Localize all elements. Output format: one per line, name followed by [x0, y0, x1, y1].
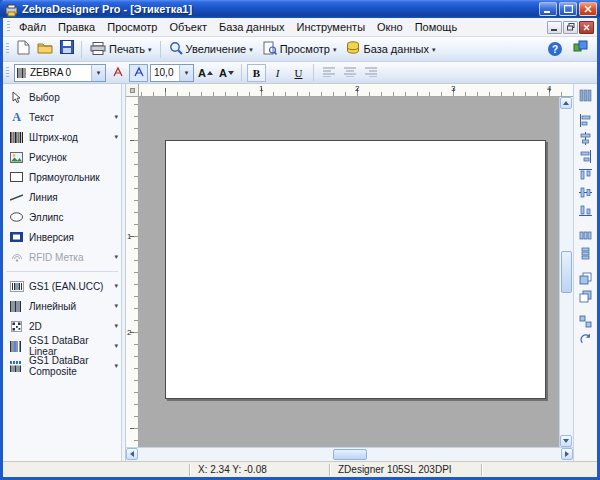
chevron-down-icon: ▾: [114, 253, 118, 261]
scroll-down-button[interactable]: [560, 435, 572, 447]
align-left-text-button[interactable]: [319, 64, 338, 82]
font-letter-icon: A: [198, 67, 206, 79]
close-button[interactable]: [579, 2, 597, 16]
toolbox-item-text[interactable]: A Текст ▾: [3, 107, 121, 127]
vertical-scrollbar[interactable]: [559, 97, 573, 447]
underline-button[interactable]: U: [289, 64, 308, 82]
magnifier-icon: [169, 41, 183, 57]
zoom-button[interactable]: Увеличение ▾: [164, 39, 258, 59]
menu-edit[interactable]: Правка: [52, 19, 101, 35]
toolbar-separator: [81, 41, 82, 58]
toolbox-item-2d[interactable]: 2D ▾: [3, 316, 121, 336]
bold-button[interactable]: B: [247, 64, 266, 82]
save-button[interactable]: [56, 39, 78, 59]
align-left-icon: [579, 113, 592, 131]
mdi-restore-button[interactable]: [563, 21, 578, 34]
scroll-left-button[interactable]: [126, 448, 138, 460]
toolbar-grip[interactable]: [6, 67, 9, 79]
align-center-horizontal-icon: [579, 131, 592, 149]
align-right-text-button[interactable]: [361, 64, 380, 82]
chevron-down-icon[interactable]: ▾: [114, 113, 118, 121]
menu-object[interactable]: Объект: [163, 19, 212, 35]
toolbox-layout-button[interactable]: [576, 88, 595, 105]
menu-view[interactable]: Просмотр: [101, 19, 163, 35]
menu-window[interactable]: Окно: [371, 19, 409, 35]
save-floppy-icon: [60, 40, 74, 58]
align-bottom-button[interactable]: [576, 203, 595, 220]
font-name-value: ZEBRA 0: [27, 67, 91, 78]
distribute-horizontal-button[interactable]: [576, 228, 595, 245]
vertical-scroll-thumb[interactable]: [561, 251, 572, 293]
horizontal-scrollbar[interactable]: [126, 447, 573, 461]
chevron-down-icon[interactable]: ▾: [114, 282, 118, 290]
open-folder-icon: [37, 40, 53, 58]
size-dropdown-button[interactable]: ▾: [179, 65, 193, 81]
chevron-down-icon[interactable]: ▾: [114, 133, 118, 141]
decrease-font-button[interactable]: A: [217, 64, 236, 82]
database-button[interactable]: База данных ▾: [341, 39, 440, 59]
align-top-button[interactable]: [576, 167, 595, 184]
increase-font-button[interactable]: A: [196, 64, 215, 82]
toolbox-item-databar-linear[interactable]: GS1 DataBar Linear ▾: [3, 336, 121, 356]
toolbox-item-inverse[interactable]: Инверсия: [3, 227, 121, 247]
align-middle-button[interactable]: [576, 185, 595, 202]
toolbox-item-databar-composite[interactable]: GS1 DataBar Composite ▾: [3, 356, 121, 376]
print-button[interactable]: Печать ▾: [85, 39, 157, 59]
send-to-back-button[interactable]: [576, 289, 595, 306]
italic-button[interactable]: I: [268, 64, 287, 82]
horizontal-scroll-thumb[interactable]: [333, 449, 367, 460]
font-size-combobox[interactable]: 10,0 ▾: [150, 64, 194, 82]
toolbox-item-ellipse[interactable]: Эллипс: [3, 207, 121, 227]
printer-font-button[interactable]: [108, 64, 127, 82]
help-button[interactable]: ?: [544, 39, 566, 59]
chevron-down-icon[interactable]: ▾: [114, 302, 118, 310]
distribute-vertical-button[interactable]: [576, 246, 595, 263]
ruler-number: 4: [547, 84, 551, 93]
menu-tools[interactable]: Инструменты: [290, 19, 371, 35]
ruler-origin-button[interactable]: [126, 84, 139, 97]
mdi-minimize-button[interactable]: [547, 21, 562, 34]
toolbox-item-line[interactable]: Линия: [3, 187, 121, 207]
align-right-button[interactable]: [576, 149, 595, 166]
align-center-horizontal-button[interactable]: [576, 131, 595, 148]
align-center-icon: [344, 67, 356, 79]
toolbar-grip[interactable]: [6, 43, 9, 55]
chevron-down-icon[interactable]: ▾: [114, 342, 118, 350]
scroll-up-button[interactable]: [560, 97, 572, 109]
make-same-size-button[interactable]: [576, 314, 595, 331]
new-document-button[interactable]: [12, 39, 34, 59]
label-page[interactable]: [165, 140, 546, 399]
toolbox-item-label: Линейный: [29, 301, 76, 312]
toolbox-item-select[interactable]: Выбор: [3, 87, 121, 107]
maximize-button[interactable]: [559, 2, 577, 16]
toolbox-item-rectangle[interactable]: Прямоугольник: [3, 167, 121, 187]
align-center-text-button[interactable]: [340, 64, 359, 82]
minimize-button[interactable]: [539, 2, 557, 16]
truetype-font-button[interactable]: [129, 64, 148, 82]
arrow-left-icon: [130, 451, 134, 457]
print-label: Печать: [109, 43, 145, 55]
toolbox-item-gs1[interactable]: GS1 (EAN.UCC) ▾: [3, 276, 121, 296]
view-button[interactable]: Просмотр ▾: [258, 39, 342, 59]
menu-file[interactable]: Файл: [13, 19, 52, 35]
mdi-close-button[interactable]: [579, 21, 594, 34]
rotate-button[interactable]: [576, 332, 595, 349]
open-document-button[interactable]: [34, 39, 56, 59]
chevron-down-icon[interactable]: ▾: [114, 322, 118, 330]
toolbox-item-picture[interactable]: Рисунок: [3, 147, 121, 167]
font-dropdown-button[interactable]: ▾: [91, 65, 105, 81]
menu-help[interactable]: Помощь: [409, 19, 464, 35]
menu-database[interactable]: База данных: [213, 19, 291, 35]
align-left-button[interactable]: [576, 113, 595, 130]
label-workspace[interactable]: [139, 97, 559, 447]
chevron-down-icon[interactable]: ▾: [114, 362, 118, 370]
chevron-down-icon: ▾: [185, 69, 189, 76]
toolbar-grip[interactable]: [7, 21, 10, 33]
online-services-button[interactable]: [569, 39, 591, 59]
bring-to-front-button[interactable]: [576, 271, 595, 288]
toolbox-item-linear[interactable]: Линейный ▾: [3, 296, 121, 316]
toolbox-item-barcode[interactable]: Штрих-код ▾: [3, 127, 121, 147]
scroll-right-button[interactable]: [561, 448, 573, 460]
design-surface: 1 2 3 4 1 2: [126, 84, 573, 461]
font-name-combobox[interactable]: ZEBRA 0 ▾: [14, 64, 106, 82]
